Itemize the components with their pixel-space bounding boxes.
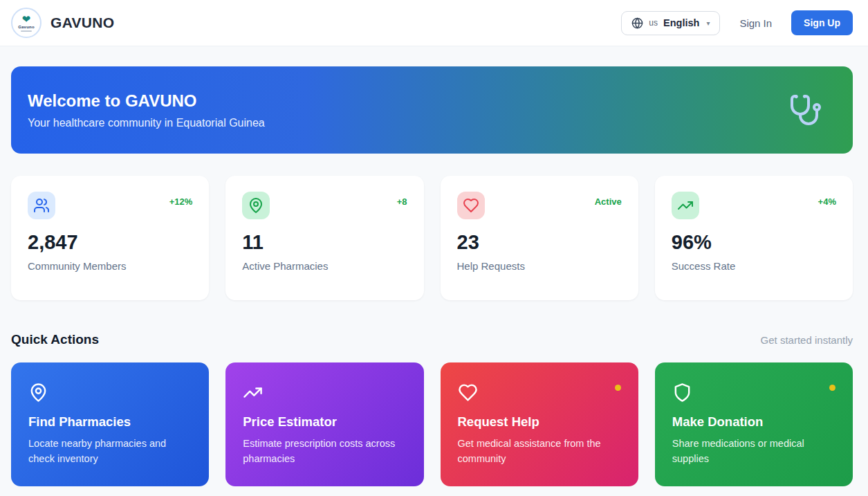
language-selector[interactable]: us English ▾ (621, 11, 720, 35)
language-code: us (649, 18, 658, 28)
quick-actions-row: Find Pharmacies Locate nearby pharmacies… (11, 362, 853, 486)
section-title: Quick Actions (11, 332, 99, 347)
map-pin-icon (28, 383, 48, 403)
stethoscope-icon (789, 93, 822, 127)
stat-value: 23 (457, 231, 622, 254)
sign-up-button[interactable]: Sign Up (791, 10, 853, 35)
action-description: Share medications or medical supplies (672, 436, 835, 467)
chevron-down-icon: ▾ (706, 19, 710, 27)
hero-title: Welcome to GAVUNO (28, 91, 265, 111)
notification-dot (615, 385, 621, 391)
action-card-find-pharmacies[interactable]: Find Pharmacies Locate nearby pharmacies… (11, 362, 209, 486)
stat-label: Success Rate (672, 260, 836, 272)
quick-actions-header: Quick Actions Get started instantly (11, 332, 853, 347)
globe-icon (631, 17, 643, 29)
sign-in-link[interactable]: Sign In (739, 17, 772, 29)
stat-trend: Active (595, 196, 622, 207)
trending-up-icon (672, 192, 699, 219)
stat-value: 2,847 (28, 231, 192, 254)
trending-up-icon (243, 383, 263, 403)
map-pin-icon (242, 192, 270, 219)
action-title: Price Estimator (243, 414, 406, 430)
main-content: Welcome to GAVUNO Your healthcare commun… (0, 46, 868, 486)
logo-word: Gavuno (18, 25, 35, 29)
brand-name: GAVUNO (50, 15, 114, 31)
stat-card-help-requests: Active 23 Help Requests (441, 176, 638, 300)
heart-icon (458, 383, 478, 403)
hero-text: Welcome to GAVUNO Your healthcare commun… (28, 91, 265, 129)
shield-icon (672, 383, 692, 403)
action-description: Estimate prescription costs across pharm… (243, 436, 406, 467)
action-description: Get medical assistance from the communit… (458, 436, 621, 467)
stat-label: Community Members (28, 260, 192, 272)
welcome-banner: Welcome to GAVUNO Your healthcare commun… (11, 66, 853, 154)
action-title: Find Pharmacies (28, 414, 192, 430)
action-card-make-donation[interactable]: Make Donation Share medications or medic… (655, 362, 853, 486)
header-actions: us English ▾ Sign In Sign Up (621, 10, 853, 35)
action-title: Make Donation (672, 414, 835, 430)
stats-row: +12% 2,847 Community Members +8 11 Activ… (11, 176, 853, 300)
hero-subtitle: Your healthcare community in Equatorial … (28, 117, 265, 129)
section-hint: Get started instantly (761, 334, 853, 346)
brand[interactable]: ❤ Gavuno GAVUNO (11, 8, 114, 38)
gavuno-logo-icon: ❤ Gavuno (11, 8, 41, 38)
action-card-price-estimator[interactable]: Price Estimator Estimate prescription co… (225, 362, 423, 486)
action-card-request-help[interactable]: Request Help Get medical assistance from… (441, 362, 638, 486)
header: ❤ Gavuno GAVUNO us English ▾ Sign In Sig… (0, 0, 868, 46)
notification-dot (829, 385, 835, 391)
stat-card-success-rate: +4% 96% Success Rate (655, 176, 853, 300)
stat-card-community-members: +12% 2,847 Community Members (11, 176, 209, 300)
action-description: Locate nearby pharmacies and check inven… (28, 436, 192, 467)
users-icon (28, 192, 55, 219)
logo-subline (21, 30, 32, 32)
heart-icon (457, 192, 485, 219)
stat-trend: +8 (397, 196, 407, 207)
stat-label: Active Pharmacies (242, 260, 407, 272)
stat-trend: +12% (169, 196, 193, 207)
stat-trend: +4% (818, 196, 836, 207)
language-label: English (663, 17, 699, 28)
stat-card-active-pharmacies: +8 11 Active Pharmacies (225, 176, 423, 300)
action-title: Request Help (458, 414, 621, 430)
stat-value: 11 (242, 231, 407, 254)
logo-heart-icon: ❤ (22, 14, 31, 24)
stat-value: 96% (672, 231, 836, 254)
stat-label: Help Requests (457, 260, 622, 272)
